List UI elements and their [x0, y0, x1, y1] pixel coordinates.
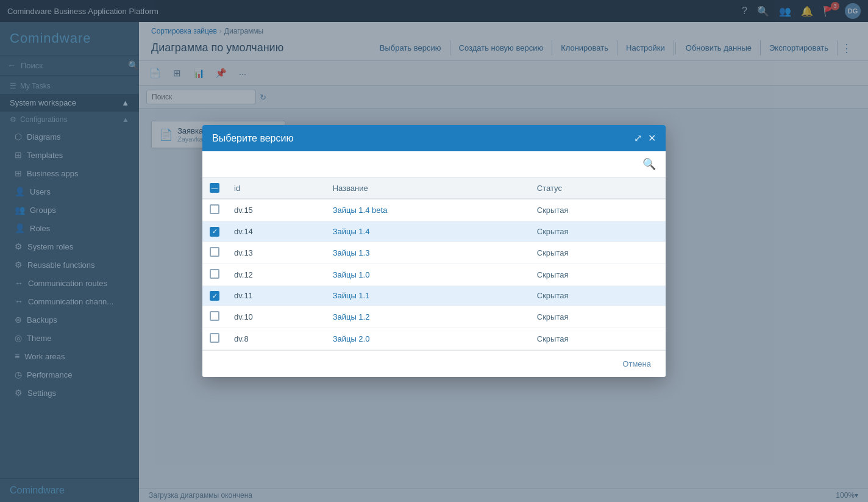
table-row: dv.11Зайцы 1.1Скрытая — [202, 285, 666, 306]
col-header-name: Название — [326, 177, 530, 199]
dialog-overlay: Выберите версию ⤢ ✕ 🔍 id Название Стату — [0, 0, 868, 502]
table-row: dv.14Зайцы 1.4Скрытая — [202, 221, 666, 242]
row-5-checkbox[interactable] — [210, 311, 219, 321]
row-0-checkbox[interactable] — [210, 204, 219, 214]
row-id: dv.12 — [227, 264, 326, 285]
row-status: Скрытая — [530, 242, 666, 264]
dialog-table: id Название Статус dv.15Зайцы 1.4 betaСк… — [202, 177, 666, 350]
row-name: Зайцы 2.0 — [326, 328, 530, 350]
row-id: dv.14 — [227, 221, 326, 242]
row-2-checkbox[interactable] — [210, 247, 219, 257]
row-6-checkbox[interactable] — [210, 333, 219, 343]
row-checkbox-cell[interactable] — [202, 199, 227, 221]
row-status: Скрытая — [530, 285, 666, 306]
row-id: dv.15 — [227, 199, 326, 221]
row-1-checkbox[interactable] — [210, 227, 219, 237]
row-checkbox-cell[interactable] — [202, 242, 227, 264]
table-row: dv.15Зайцы 1.4 betaСкрытая — [202, 199, 666, 221]
table-row: dv.8Зайцы 2.0Скрытая — [202, 328, 666, 350]
row-id: dv.11 — [227, 285, 326, 306]
dialog-title: Выберите версию — [212, 133, 293, 144]
row-name: Зайцы 1.3 — [326, 242, 530, 264]
col-header-id: id — [227, 177, 326, 199]
row-4-checkbox[interactable] — [210, 291, 219, 301]
row-name: Зайцы 1.2 — [326, 306, 530, 328]
table-row: dv.10Зайцы 1.2Скрытая — [202, 306, 666, 328]
dialog-search-bar: 🔍 — [202, 151, 666, 177]
row-checkbox-cell[interactable] — [202, 221, 227, 242]
table-row: dv.13Зайцы 1.3Скрытая — [202, 242, 666, 264]
row-checkbox-cell[interactable] — [202, 264, 227, 285]
select-version-dialog: Выберите версию ⤢ ✕ 🔍 id Название Стату — [202, 125, 666, 377]
table-header-row: id Название Статус — [202, 177, 666, 199]
select-all-checkbox[interactable] — [210, 183, 219, 193]
row-status: Скрытая — [530, 199, 666, 221]
row-id: dv.10 — [227, 306, 326, 328]
row-name: Зайцы 1.4 — [326, 221, 530, 242]
dialog-close-icon[interactable]: ✕ — [648, 132, 656, 144]
row-checkbox-cell[interactable] — [202, 328, 227, 350]
row-name: Зайцы 1.1 — [326, 285, 530, 306]
row-name: Зайцы 1.0 — [326, 264, 530, 285]
row-id: dv.13 — [227, 242, 326, 264]
row-name: Зайцы 1.4 beta — [326, 199, 530, 221]
row-checkbox-cell[interactable] — [202, 285, 227, 306]
dialog-maximize-icon[interactable]: ⤢ — [634, 132, 642, 144]
col-header-status: Статус — [530, 177, 666, 199]
col-header-checkbox[interactable] — [202, 177, 227, 199]
row-status: Скрытая — [530, 306, 666, 328]
row-3-checkbox[interactable] — [210, 269, 219, 279]
dialog-cancel-button[interactable]: Отмена — [617, 357, 656, 371]
dialog-header: Выберите версию ⤢ ✕ — [202, 125, 666, 151]
dialog-header-actions: ⤢ ✕ — [634, 132, 656, 144]
row-checkbox-cell[interactable] — [202, 306, 227, 328]
table-row: dv.12Зайцы 1.0Скрытая — [202, 264, 666, 285]
row-status: Скрытая — [530, 221, 666, 242]
row-id: dv.8 — [227, 328, 326, 350]
row-status: Скрытая — [530, 264, 666, 285]
dialog-search-icon[interactable]: 🔍 — [642, 157, 656, 171]
row-status: Скрытая — [530, 328, 666, 350]
dialog-footer: Отмена — [202, 350, 666, 377]
